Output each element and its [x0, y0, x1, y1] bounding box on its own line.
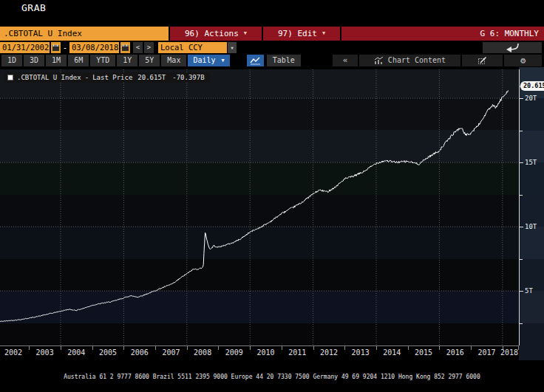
time-axis-tick — [313, 346, 314, 350]
chart-content-button[interactable]: Chart Content — [359, 55, 460, 66]
time-axis-label-2012: 2012 — [320, 348, 338, 357]
time-axis-tick — [187, 346, 188, 350]
currency-select[interactable]: Local CCY ▼ — [158, 42, 237, 53]
time-axis-tick — [376, 346, 377, 350]
time-axis-label-2014: 2014 — [383, 348, 401, 357]
start-date-calendar-button[interactable] — [51, 42, 61, 53]
series-swatch-icon — [7, 75, 13, 80]
actions-menu-label: 96) Actions — [185, 27, 239, 41]
time-axis-label-2002: 2002 — [4, 348, 22, 357]
range-back-button[interactable]: < — [133, 42, 143, 53]
start-date-input[interactable]: 01/31/2002 — [0, 42, 50, 53]
chart-region: .CBTOTAL U Index - Last Price 20.615T -7… — [0, 67, 544, 360]
settings-button[interactable]: ⚙ — [504, 55, 542, 66]
edit-menu-label: 97) Edit — [278, 27, 317, 41]
terminal-footer: Australia 61 2 9777 8600 Brazil 5511 239… — [0, 360, 544, 392]
price-axis-minor-tick — [520, 131, 523, 131]
price-axis-label-10t: 10T — [525, 224, 537, 230]
time-axis-tick — [408, 346, 409, 350]
price-axis-minor-tick — [520, 195, 523, 196]
time-axis-line — [0, 345, 519, 346]
chart-content-label: Chart Content — [388, 55, 446, 66]
time-axis-tick — [471, 346, 472, 350]
frequency-value: Daily — [193, 55, 215, 66]
price-axis-label-15t: 15T — [525, 159, 537, 166]
chart-content-icon — [374, 57, 384, 65]
actions-menu-button[interactable]: 96) Actions ▼ — [169, 27, 262, 41]
period-button-6m[interactable]: 6M — [68, 55, 89, 66]
price-line-chart — [0, 69, 519, 345]
collapse-toolbar-button[interactable]: « — [333, 55, 358, 66]
time-axis-tick — [61, 346, 61, 350]
time-axis-label-2003: 2003 — [36, 348, 54, 357]
period-button-1m[interactable]: 1M — [46, 55, 67, 66]
price-axis-tick — [520, 291, 523, 292]
time-axis-label-2015: 2015 — [415, 348, 432, 357]
price-axis-tick — [520, 98, 523, 99]
range-forward-button[interactable]: > — [144, 42, 154, 53]
time-axis-label-2004: 2004 — [67, 348, 85, 357]
time-axis-tick — [92, 346, 93, 350]
period-button-5y[interactable]: 5Y — [139, 55, 160, 66]
end-date-input[interactable]: 03/08/2018 — [69, 42, 119, 53]
chevron-down-icon: ▼ — [222, 55, 225, 66]
time-axis-tick — [518, 346, 519, 350]
command-bar: .CBTOTAL U Index 96) Actions ▼ 97) Edit … — [0, 27, 544, 41]
period-button-3d[interactable]: 3D — [24, 55, 44, 66]
legend-series-name: .CBTOTAL U Index — [17, 74, 81, 81]
period-button-1y[interactable]: 1Y — [117, 55, 137, 66]
chart-plot-area[interactable]: .CBTOTAL U Index - Last Price 20.615T -7… — [0, 69, 519, 345]
legend-change: -70.397B — [172, 74, 204, 81]
annotate-pencil-icon — [477, 56, 487, 65]
chevron-down-icon: ▼ — [322, 27, 325, 41]
time-axis-label-2009: 2009 — [225, 348, 243, 357]
edit-menu-button[interactable]: 97) Edit ▼ — [262, 27, 340, 41]
time-axis-tick — [123, 346, 124, 350]
time-axis-tick — [344, 346, 345, 350]
chart-slot-label: G 6: MONTHLY — [340, 27, 544, 41]
price-axis-line — [519, 69, 520, 345]
security-input[interactable]: .CBTOTAL U Index — [0, 27, 169, 41]
end-date-calendar-button[interactable] — [120, 42, 130, 53]
price-axis-minor-tick — [520, 259, 523, 260]
line-chart-icon — [250, 57, 261, 65]
bloomberg-terminal-window: GRAB .CBTOTAL U Index 96) Actions ▼ 97) … — [0, 0, 544, 392]
price-axis-label-5t: 5T — [525, 288, 533, 295]
toolbar-right-group: « Chart Content ⚙ — [333, 55, 542, 66]
time-axis-label-2005: 2005 — [99, 348, 117, 357]
time-axis-label-2010: 2010 — [256, 348, 274, 357]
chart-toolbar: 1D3D1M6MYTD1Y5YMax Daily ▼ Table « Chart… — [0, 55, 544, 66]
period-button-ytd[interactable]: YTD — [90, 55, 115, 66]
chart-type-button[interactable] — [247, 55, 264, 66]
time-axis-label-2018: 2018 — [500, 348, 518, 357]
annotate-button[interactable] — [462, 55, 503, 66]
footer-contact-line-1: Australia 61 2 9777 8600 Brazil 5511 239… — [0, 374, 544, 380]
gear-icon: ⚙ — [520, 55, 526, 66]
time-axis-tick — [439, 346, 440, 350]
time-axis-tick — [250, 346, 251, 350]
time-axis-label-2017: 2017 — [477, 348, 495, 357]
price-axis-panel — [519, 67, 544, 360]
table-view-button[interactable]: Table — [267, 55, 301, 66]
last-price-tag: 20.615T — [520, 81, 544, 91]
period-button-max[interactable]: Max — [161, 55, 186, 66]
undo-button[interactable] — [483, 42, 542, 53]
time-axis-label-2011: 2011 — [288, 348, 306, 357]
time-axis-tick — [155, 346, 156, 350]
calendar-icon — [122, 45, 129, 51]
currency-value: Local CCY — [158, 42, 227, 53]
price-axis-label-20t: 20T — [525, 95, 537, 102]
price-axis-tick — [520, 162, 523, 163]
period-button-1d[interactable]: 1D — [1, 55, 22, 66]
chevron-down-icon: ▼ — [228, 42, 237, 53]
frequency-select[interactable]: Daily ▼ — [188, 55, 229, 66]
date-range-separator: - — [62, 44, 68, 52]
price-axis-tick — [520, 227, 523, 227]
chart-legend[interactable]: .CBTOTAL U Index - Last Price 20.615T -7… — [4, 72, 210, 83]
range-bar: 01/31/2002 - 03/08/2018 < > Local CCY ▼ — [0, 41, 544, 54]
calendar-icon — [52, 45, 59, 51]
grab-title: GRAB — [21, 2, 46, 13]
time-axis-label-2013: 2013 — [352, 348, 370, 357]
time-axis-tick — [218, 346, 219, 350]
period-button-group: 1D3D1M6MYTD1Y5YMax Daily ▼ Table — [1, 55, 301, 66]
